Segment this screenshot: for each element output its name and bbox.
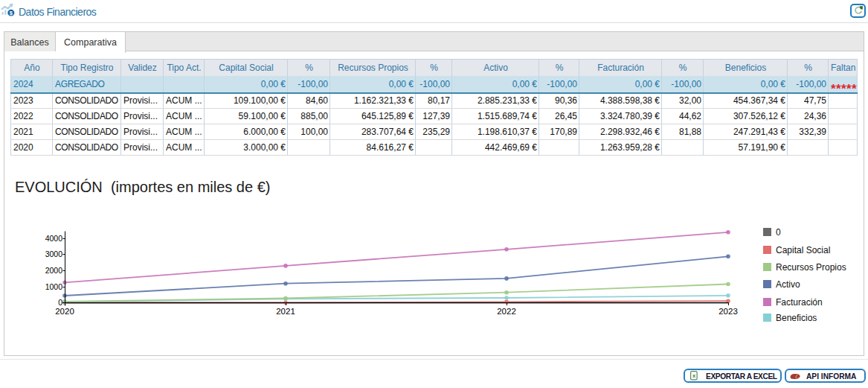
svg-text:3000: 3000 bbox=[45, 249, 63, 258]
svg-text:2023: 2023 bbox=[718, 307, 738, 316]
svg-text:2021: 2021 bbox=[276, 307, 295, 316]
svg-text:x: x bbox=[692, 372, 696, 379]
svg-text:1000: 1000 bbox=[45, 282, 63, 291]
svg-text:4000: 4000 bbox=[45, 234, 63, 243]
svg-text:2000: 2000 bbox=[45, 266, 63, 275]
svg-text:2020: 2020 bbox=[55, 307, 74, 316]
svg-text:0: 0 bbox=[58, 298, 62, 307]
svg-text:2022: 2022 bbox=[497, 307, 516, 316]
